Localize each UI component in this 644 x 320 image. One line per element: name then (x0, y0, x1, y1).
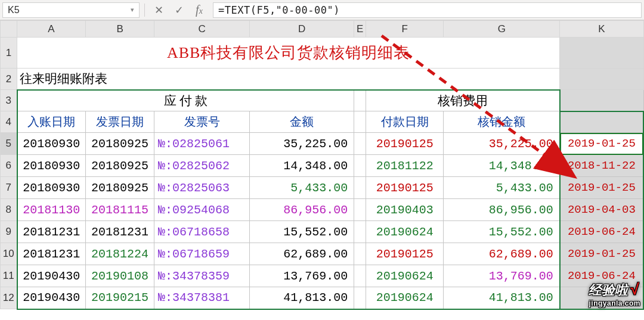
cell-F[interactable]: 20190624 (366, 265, 444, 287)
cell-A[interactable]: 20180930 (17, 155, 86, 177)
cell-F[interactable]: 20190125 (366, 133, 444, 155)
cell-G[interactable]: 62,689.00 (444, 243, 560, 265)
chevron-down-icon[interactable]: ▾ (131, 6, 134, 14)
cell-D[interactable]: 5,433.00 (250, 177, 354, 199)
row-header-4[interactable]: 4 (1, 111, 17, 133)
row-header-1[interactable]: 1 (1, 38, 17, 69)
cell-F[interactable]: 20190403 (366, 199, 444, 221)
col-header-B[interactable]: B (86, 21, 154, 38)
cell-G[interactable]: 35,225.00 (444, 133, 560, 155)
cell-A[interactable]: 20180930 (17, 133, 86, 155)
subtitle-cell[interactable]: 往来明细账附表 (17, 69, 560, 90)
cell-C[interactable]: №:02825063 (154, 177, 250, 199)
cell-C[interactable]: №:06718659 (154, 243, 250, 265)
cell-A[interactable]: 20181231 (17, 243, 86, 265)
cell-E[interactable] (354, 287, 366, 309)
row-header[interactable]: 11 (1, 265, 17, 287)
cell-B[interactable]: 20181224 (86, 243, 154, 265)
fx-icon[interactable]: fx (193, 3, 206, 17)
section-right[interactable]: 核销费用 (366, 90, 560, 111)
cell-C[interactable]: №:09254068 (154, 199, 250, 221)
name-box[interactable]: K5 ▾ (2, 2, 140, 18)
row-header[interactable]: 10 (1, 243, 17, 265)
cell-C[interactable]: №:34378381 (154, 287, 250, 309)
cell-A[interactable]: 20181130 (17, 199, 86, 221)
hdr-A[interactable]: 入账日期 (17, 111, 86, 133)
accept-icon[interactable]: ✓ (172, 4, 185, 17)
cell-K4[interactable] (560, 111, 643, 133)
row-header[interactable]: 8 (1, 199, 17, 221)
cell-K3[interactable] (560, 90, 643, 111)
section-left[interactable]: 应 付 款 (17, 90, 354, 111)
col-header-D[interactable]: D (250, 21, 354, 38)
cell-A[interactable]: 20180930 (17, 177, 86, 199)
cell-D[interactable]: 14,348.00 (250, 155, 354, 177)
select-all-corner[interactable] (1, 21, 17, 38)
cell-F[interactable]: 20190125 (366, 177, 444, 199)
col-header-F[interactable]: F (366, 21, 444, 38)
cell-G[interactable]: 14,348.00 (444, 155, 560, 177)
cell-G[interactable]: 86,956.00 (444, 199, 560, 221)
cell-E[interactable] (354, 133, 366, 155)
hdr-D[interactable]: 金额 (250, 111, 354, 133)
cell-K[interactable]: 2019-04-03 (560, 199, 643, 221)
cell-D[interactable]: 13,769.00 (250, 265, 354, 287)
cell-A[interactable]: 20181231 (17, 221, 86, 243)
cell-E[interactable] (354, 155, 366, 177)
hdr-G[interactable]: 核销金额 (444, 111, 560, 133)
cell-E[interactable] (354, 265, 366, 287)
cell-F[interactable]: 20190624 (366, 287, 444, 309)
cell-A[interactable]: 20190430 (17, 265, 86, 287)
cell-B[interactable]: 20181115 (86, 199, 154, 221)
col-header-E[interactable]: E (354, 21, 366, 38)
cell-D[interactable]: 15,552.00 (250, 221, 354, 243)
cell-B[interactable]: 20181231 (86, 221, 154, 243)
row-header[interactable]: 9 (1, 221, 17, 243)
cell-D[interactable]: 62,689.00 (250, 243, 354, 265)
cell-E[interactable] (354, 199, 366, 221)
hdr-F[interactable]: 付款日期 (366, 111, 444, 133)
cell-D[interactable]: 86,956.00 (250, 199, 354, 221)
hdr-C[interactable]: 发票号 (154, 111, 250, 133)
spreadsheet-grid[interactable]: A B C D E F G K 1 ABB科技有限公司货款核销明细表 2 往来明… (0, 20, 644, 310)
cell-F[interactable]: 20181122 (366, 155, 444, 177)
cell-K[interactable]: 2018-11-22 (560, 155, 643, 177)
row-header[interactable]: 12 (1, 287, 17, 309)
cell-K1[interactable] (560, 38, 643, 69)
cell-K2[interactable] (560, 69, 643, 90)
cell-E4[interactable] (354, 111, 366, 133)
row-header-2[interactable]: 2 (1, 69, 17, 90)
col-header-G[interactable]: G (444, 21, 560, 38)
cell-E[interactable] (354, 243, 366, 265)
row-header[interactable]: 6 (1, 155, 17, 177)
cell-F[interactable]: 20190125 (366, 243, 444, 265)
cell-G[interactable]: 15,552.00 (444, 221, 560, 243)
col-header-A[interactable]: A (17, 21, 86, 38)
cell-C[interactable]: №:02825062 (154, 155, 250, 177)
col-header-K[interactable]: K (560, 21, 643, 38)
row-header[interactable]: 5 (1, 133, 17, 155)
cell-K[interactable]: 2019-01-25 (560, 133, 643, 155)
cell-C[interactable]: №:34378359 (154, 265, 250, 287)
row-header[interactable]: 7 (1, 177, 17, 199)
cell-E3[interactable] (354, 90, 366, 111)
cell-A[interactable]: 20190430 (17, 287, 86, 309)
cell-D[interactable]: 41,813.00 (250, 287, 354, 309)
cell-C[interactable]: №:06718658 (154, 221, 250, 243)
cell-B[interactable]: 20180925 (86, 133, 154, 155)
cell-D[interactable]: 35,225.00 (250, 133, 354, 155)
col-header-C[interactable]: C (154, 21, 250, 38)
cell-E[interactable] (354, 221, 366, 243)
cancel-icon[interactable]: ✕ (152, 4, 165, 17)
cell-E[interactable] (354, 177, 366, 199)
cell-B[interactable]: 20190108 (86, 265, 154, 287)
formula-input[interactable]: =TEXT(F5,"0-00-00") (213, 2, 642, 18)
title-cell[interactable]: ABB科技有限公司货款核销明细表 (17, 38, 560, 69)
cell-K[interactable]: 2019-01-25 (560, 177, 643, 199)
cell-B[interactable]: 20180925 (86, 155, 154, 177)
cell-G[interactable]: 13,769.00 (444, 265, 560, 287)
cell-G[interactable]: 41,813.00 (444, 287, 560, 309)
cell-C[interactable]: №:02825061 (154, 133, 250, 155)
cell-B[interactable]: 20190215 (86, 287, 154, 309)
cell-G[interactable]: 5,433.00 (444, 177, 560, 199)
